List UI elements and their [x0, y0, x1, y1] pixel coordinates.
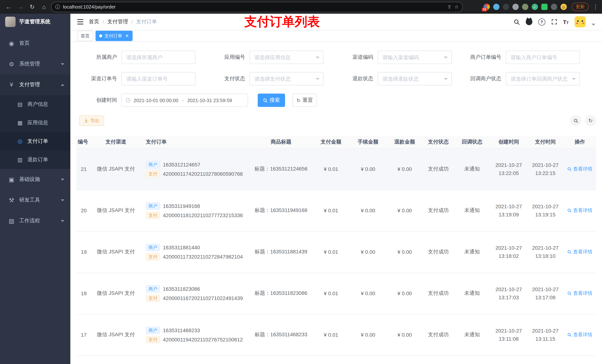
pay-time: 2021-10-2713:18:10 [527, 231, 563, 273]
extension-smiley-icon[interactable]: ☺ [560, 4, 567, 10]
col-pay-order: 支付订单 [143, 136, 249, 148]
extension-olive-icon[interactable] [522, 4, 528, 10]
pay-status-input[interactable] [254, 76, 319, 82]
browser-update-button[interactable]: 更新 [572, 3, 589, 11]
help-icon[interactable]: ? [538, 18, 545, 25]
tab-home[interactable]: 首页 [77, 31, 93, 41]
view-detail-link[interactable]: 查看详情 [567, 332, 592, 338]
browser-menu-icon[interactable]: ⋮ [593, 3, 598, 10]
pay-order-no: 4200001167202110271022491439 [163, 295, 243, 301]
channel-order-no-field[interactable] [126, 76, 191, 82]
view-detail-link[interactable]: 查看详情 [567, 249, 592, 255]
date-end[interactable]: 2021-10-31 23:59:59 [187, 97, 232, 103]
fee-amount: ¥ 0.00 [350, 190, 387, 231]
bookmark-star-icon[interactable]: ☆ [454, 4, 459, 10]
sidebar-item-pay-order[interactable]: ◎ 支付订单 [0, 132, 70, 151]
monitor-icon: ▣ [7, 176, 16, 183]
share-icon[interactable]: ⇧ [447, 4, 452, 10]
filter-label: 回调商户状态 [461, 75, 506, 82]
export-button[interactable]: 导出 [79, 115, 104, 126]
breadcrumb-payment[interactable]: 支付管理 [107, 19, 128, 25]
extension-dark-icon[interactable] [503, 4, 509, 10]
sidebar-item-refund-order[interactable]: ▥ 退款订单 [0, 151, 70, 169]
avatar[interactable] [575, 16, 586, 27]
reset-button[interactable]: ↻ 重置 [292, 94, 317, 107]
col-status: 支付状态 [423, 136, 454, 148]
extension-chat-icon[interactable] [541, 4, 548, 10]
search-icon[interactable] [513, 19, 520, 25]
card-icon: ▤ [16, 101, 24, 108]
sidebar-item-app-info[interactable]: ▦ 应用信息 [0, 114, 70, 132]
sidebar-item-home[interactable]: ◉ 首页 [0, 33, 70, 54]
search-button-label: 搜索 [269, 97, 280, 104]
tab-pay-order[interactable]: 支付订单 ✕ [96, 31, 133, 41]
close-icon[interactable]: ✕ [125, 33, 129, 39]
fullscreen-icon[interactable] [551, 19, 557, 25]
collapse-menu-icon[interactable] [77, 19, 84, 25]
merchant-order-no-input[interactable] [506, 51, 580, 64]
extension-badge: 10 [482, 8, 487, 11]
sidebar-item-system[interactable]: ⚙ 系统管理 [0, 54, 70, 74]
sidebar-item-payment[interactable]: ¥ 支付管理 [0, 74, 70, 95]
channel-order-no-input[interactable] [121, 72, 195, 85]
back-icon[interactable]: ← [4, 2, 13, 12]
url-text[interactable]: localhost:1024/pay/order [63, 4, 444, 10]
view-detail-link[interactable]: 查看详情 [567, 166, 592, 172]
search-button[interactable]: 搜索 [258, 94, 285, 107]
app-no-select[interactable] [249, 51, 323, 64]
forward-icon[interactable]: → [16, 2, 25, 12]
breadcrumb-home[interactable]: 首页 [89, 19, 99, 25]
font-size-icon[interactable]: TT [563, 19, 569, 25]
filter-label: 应用编号 [204, 54, 249, 61]
order-id: 17 [76, 314, 89, 355]
view-detail-link[interactable]: 查看详情 [567, 290, 592, 297]
refund-status-select[interactable] [378, 72, 452, 85]
table-row: 20 微信 JSAPI 支付 商户 1635311949168 支付 42000… [76, 190, 596, 231]
toggle-search-button[interactable] [570, 115, 581, 126]
merchant-select-input[interactable] [126, 54, 191, 60]
sidebar-item-devtools[interactable]: ⚒ 研发工具 [0, 190, 70, 210]
extension-check-icon[interactable]: ✓ [532, 4, 538, 10]
col-notify: 回调状态 [454, 136, 490, 148]
pay-channel: 微信 JSAPI 支付 [89, 231, 143, 273]
tab-label: 首页 [81, 33, 90, 39]
url-bar[interactable]: ⓘ localhost:1024/pay/order ⇧ ☆ [51, 2, 463, 12]
home-icon[interactable]: ⌂ [39, 2, 49, 12]
document-icon: ▥ [16, 156, 24, 163]
sidebar-item-label: 工作流程 [19, 218, 57, 224]
sidebar-item-workflow[interactable]: ▧ 工作流程 [0, 210, 70, 231]
actions-cell: 查看详情 [563, 148, 596, 190]
sidebar-item-merchant-info[interactable]: ▤ 商户信息 [0, 95, 70, 114]
pay-channel: 微信 JSAPI 支付 [89, 190, 143, 231]
merchant-tag: 商户 [146, 326, 160, 334]
refresh-table-button[interactable]: ↻ [585, 115, 596, 126]
table-row: 19 微信 JSAPI 支付 商户 1635311881440 支付 42000… [76, 231, 596, 273]
github-icon[interactable] [526, 19, 532, 25]
sidebar-item-label: 支付管理 [19, 81, 57, 88]
product-title: 标题：1635311881439 [249, 231, 312, 273]
sidebar-logo[interactable]: 芋道管理系统 [0, 14, 70, 30]
site-info-icon[interactable]: ⓘ [55, 3, 60, 10]
filter-item: 创建时间 2021-10-01 00:00:00 - 2021-10-31 23… [76, 94, 248, 107]
chevron-down-icon [61, 220, 64, 222]
extension-pin-icon[interactable] [551, 4, 557, 10]
channel-code-select[interactable] [378, 51, 452, 64]
merchant-select[interactable] [121, 51, 195, 64]
sidebar-item-infra[interactable]: ▣ 基础设施 [0, 169, 70, 190]
extension-gray-icon[interactable] [512, 4, 519, 10]
notify-status-input[interactable] [511, 76, 575, 82]
notify-status-select[interactable] [506, 72, 580, 85]
refund-status-input[interactable] [382, 76, 447, 82]
orders-table: 编号 支付渠道 支付订单 商品标题 支付金额 手续金额 退款金额 支付状态 回调… [76, 136, 596, 364]
extension-colorful-icon[interactable]: 10 [484, 4, 490, 10]
extension-drop-icon[interactable] [493, 4, 499, 10]
create-time-range-picker[interactable]: 2021-10-01 00:00:00 - 2021-10-31 23:59:5… [121, 94, 248, 107]
pay-status-select[interactable] [249, 72, 323, 85]
user-menu-caret-icon[interactable] [592, 23, 595, 25]
date-start[interactable]: 2021-10-01 00:00:00 [134, 97, 178, 103]
reload-icon[interactable]: ↻ [27, 2, 37, 12]
merchant-order-no-field[interactable] [511, 54, 575, 60]
app-no-select-input[interactable] [254, 54, 319, 60]
view-detail-link[interactable]: 查看详情 [567, 207, 592, 214]
channel-code-input[interactable] [382, 54, 447, 60]
